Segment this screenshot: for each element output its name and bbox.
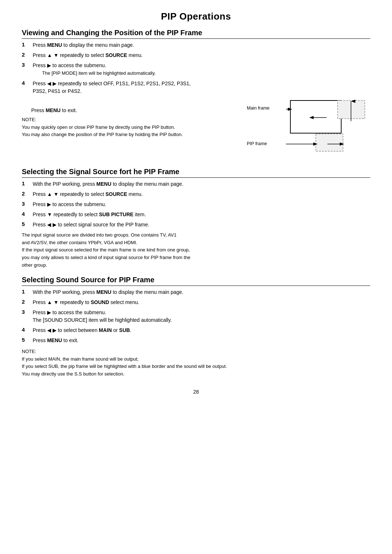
step-content: Press ▲ ▼ repeatedly to SOUND select men… <box>33 299 139 306</box>
step-content: Press ▲ ▼ repeatedly to select SOURCE me… <box>33 190 143 198</box>
step-num: 4 <box>22 327 31 333</box>
note-line5: other group. <box>22 262 370 269</box>
step-num: 4 <box>22 211 31 217</box>
step-num: 2 <box>22 52 31 58</box>
step-content: Press ▶ to access the submenu. The [PIP … <box>33 62 156 77</box>
step-content: Press ▼ repeatedly to select SUB PICTURE… <box>33 211 146 218</box>
step-sub: The [PIP MODE] item will be highlighted … <box>42 70 156 76</box>
note-line3: You may directly use the S.S button for … <box>22 370 370 378</box>
section1-step1: 1 Press MENU to display the menu main pa… <box>22 41 370 49</box>
step-content: Press ▶ to access the submenu. The [SOUN… <box>33 309 172 324</box>
step-num: 5 <box>22 337 31 343</box>
step-num: 2 <box>22 190 31 197</box>
section2-step1: 1 With the PIP working, press MENU to di… <box>22 180 370 188</box>
step-content: Press ◀ ▶ to select signal source for th… <box>33 221 149 229</box>
step-content: Press ◀ ▶ to select between MAIN or SUB. <box>33 327 131 334</box>
section1: Viewing and Changing the Position of the… <box>22 29 370 161</box>
svg-rect-0 <box>290 100 341 133</box>
step-num: 2 <box>22 299 31 305</box>
note-line1: The input signal source are divided into… <box>22 231 370 239</box>
svg-rect-2 <box>316 134 343 151</box>
note-line1: You may quickly open or close PIP frame … <box>22 124 243 131</box>
section3-step1: 1 With the PIP working, press MENU to di… <box>22 288 370 296</box>
section2: Selecting the Signal Source fort he PIP … <box>22 168 370 269</box>
note-line4: you may only allows to select a kind of … <box>22 254 370 262</box>
section2-step5: 5 Press ◀ ▶ to select signal source for … <box>22 221 370 229</box>
section3-title: Selecting Sound Source for PIP Frame <box>22 276 370 286</box>
section2-step4: 4 Press ▼ repeatedly to select SUB PICTU… <box>22 211 370 218</box>
section1-title: Viewing and Changing the Position of the… <box>22 29 370 39</box>
step-content: With the PIP working, press MENU to disp… <box>33 180 183 188</box>
note-line2: and AV2/SV, the other contains YPbPr, VG… <box>22 239 370 247</box>
section1-note: NOTE: You may quickly open or close PIP … <box>22 116 243 139</box>
step-content: Press MENU to display the menu main page… <box>33 41 134 49</box>
section3-step2: 2 Press ▲ ▼ repeatedly to SOUND select m… <box>22 299 370 306</box>
note-line2: If you select SUB, the pip frame will be… <box>22 363 370 370</box>
note-label: NOTE: <box>22 116 243 124</box>
step-num: 3 <box>22 62 31 68</box>
section3: Selecting Sound Source for PIP Frame 1 W… <box>22 276 370 378</box>
step-content: Press ◀ ▶ repeatedly to select OFF, P1S1… <box>33 80 191 95</box>
step-sub: The [SOUND SOURCE] item will be highligh… <box>33 317 172 323</box>
note-line1: If you select MAIN, the main frame sound… <box>22 356 370 363</box>
step-num: 1 <box>22 180 31 186</box>
page-number: 28 <box>22 389 370 395</box>
note-line2: You may also change the position of the … <box>22 131 243 139</box>
step-num: 4 <box>22 80 31 86</box>
pip-frame-label: PIP frame <box>247 141 267 146</box>
section1-press-menu: Press MENU to exit. <box>31 107 243 113</box>
section1-step2: 2 Press ▲ ▼ repeatedly to select SOURCE … <box>22 52 370 59</box>
note-line3: If the input signal source selected for … <box>22 246 370 254</box>
section2-title: Selecting the Signal Source fort he PIP … <box>22 168 370 178</box>
section1-step4: 4 Press ◀ ▶ repeatedly to select OFF, P1… <box>22 80 370 95</box>
section2-note: The input signal source are divided into… <box>22 231 370 269</box>
step-num: 3 <box>22 309 31 315</box>
step-content: Press ▶ to access the submenu. <box>33 201 106 208</box>
section3-step5: 5 Press MENU to exit. <box>22 337 370 344</box>
section2-step3: 3 Press ▶ to access the submenu. <box>22 201 370 208</box>
step-content: With the PIP working, press MENU to disp… <box>33 288 183 296</box>
step-content: Press ▲ ▼ repeatedly to select SOURCE me… <box>33 52 143 59</box>
step-content: Press MENU to exit. <box>33 337 78 344</box>
diagram-svg <box>247 98 370 161</box>
step-num: 1 <box>22 41 31 48</box>
section1-step3: 3 Press ▶ to access the submenu. The [PI… <box>22 62 370 77</box>
step-num: 5 <box>22 221 31 227</box>
step-num: 3 <box>22 201 31 207</box>
section2-step2: 2 Press ▲ ▼ repeatedly to select SOURCE … <box>22 190 370 198</box>
section3-step4: 4 Press ◀ ▶ to select between MAIN or SU… <box>22 327 370 334</box>
section3-step3: 3 Press ▶ to access the submenu. The [SO… <box>22 309 370 324</box>
step-num: 1 <box>22 288 31 295</box>
section3-note: NOTE: If you select MAIN, the main frame… <box>22 348 370 378</box>
pip-diagram: Main frame <box>247 98 370 161</box>
page-title: PIP Operations <box>22 11 370 22</box>
note-label: NOTE: <box>22 348 370 356</box>
